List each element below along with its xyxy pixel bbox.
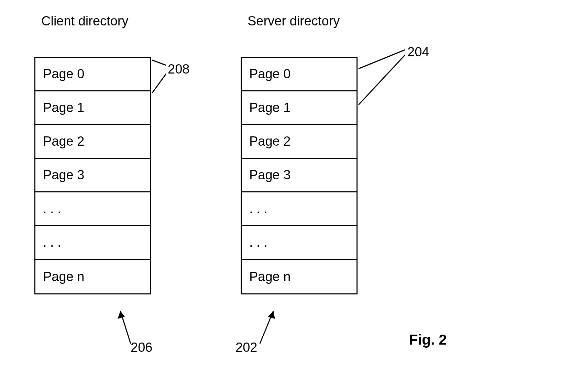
client-page-row: . . .	[35, 192, 150, 226]
svg-marker-7	[268, 311, 275, 319]
svg-line-6	[260, 311, 273, 344]
server-page-row: Page n	[242, 260, 357, 293]
server-page-row: Page 2	[242, 125, 357, 159]
server-page-row: . . .	[242, 192, 357, 226]
reference-204: 204	[407, 45, 429, 59]
svg-line-2	[359, 50, 405, 69]
svg-line-0	[152, 60, 166, 65]
client-page-row: . . .	[35, 226, 150, 260]
server-directory-box: Page 0 Page 1 Page 2 Page 3 . . . . . . …	[241, 57, 358, 294]
client-page-row: Page 3	[35, 159, 150, 192]
client-page-row: Page 0	[35, 58, 150, 91]
server-page-row: . . .	[242, 226, 357, 260]
client-page-row: Page n	[35, 260, 150, 293]
server-page-row: Page 0	[242, 58, 357, 91]
figure-label: Fig. 2	[409, 332, 447, 348]
client-page-row: Page 1	[35, 91, 150, 125]
server-page-row: Page 3	[242, 159, 357, 192]
client-directory-box: Page 0 Page 1 Page 2 Page 3 . . . . . . …	[34, 57, 151, 294]
reference-202: 202	[235, 340, 257, 355]
server-directory-title: Server directory	[248, 14, 340, 29]
reference-206: 206	[131, 340, 152, 355]
svg-line-1	[152, 74, 166, 93]
diagram-figure-2: Client directory Server directory Page 0…	[0, 0, 570, 392]
client-page-row: Page 2	[35, 125, 150, 159]
server-page-row: Page 1	[242, 91, 357, 125]
reference-208: 208	[168, 62, 189, 77]
client-directory-title: Client directory	[41, 14, 128, 29]
svg-line-3	[359, 55, 405, 105]
svg-marker-5	[118, 311, 125, 319]
svg-line-4	[120, 311, 131, 344]
